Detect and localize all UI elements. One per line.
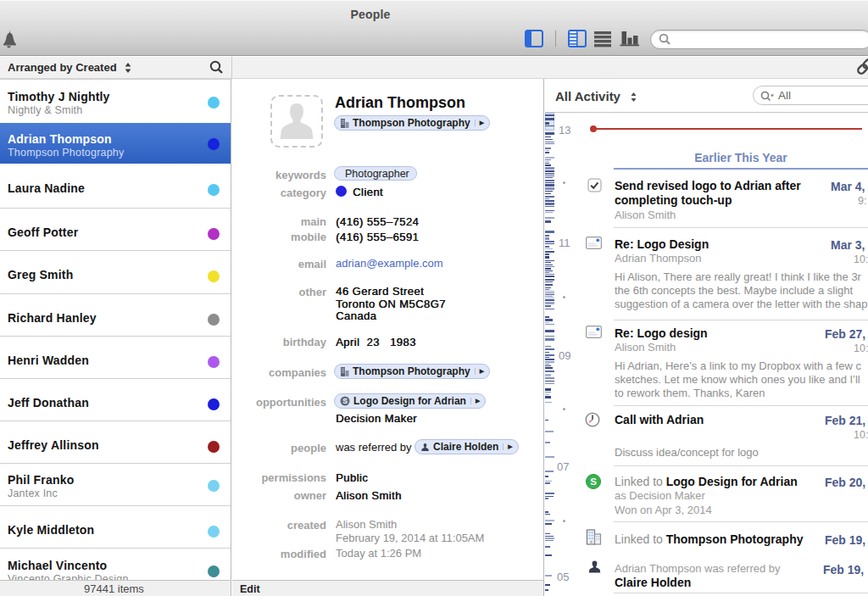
svg-text:S: S: [590, 476, 597, 487]
svg-text:S: S: [342, 397, 348, 405]
